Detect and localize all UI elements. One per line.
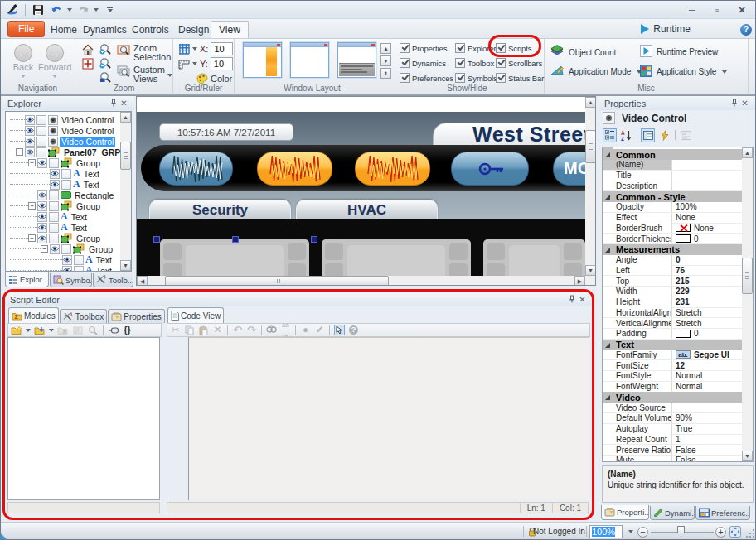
property-row-video-source[interactable]: Video Source <box>603 403 743 413</box>
visibility-eye-icon[interactable] <box>37 158 47 168</box>
modules-list[interactable] <box>7 337 160 500</box>
checkbox-scrollbars[interactable]: Scrollbars <box>496 58 542 68</box>
zoom-in-icon[interactable] <box>99 43 111 55</box>
find-module-icon[interactable] <box>87 325 99 335</box>
back-dropdown[interactable] <box>21 75 26 78</box>
property-row-angle[interactable]: Angle0 <box>603 255 743 266</box>
visibility-eye-icon[interactable] <box>50 169 60 179</box>
property-row-effect[interactable]: EffectNone <box>603 213 743 224</box>
property-row-opacity[interactable]: Opacity100% <box>603 202 743 213</box>
zoom-out-button[interactable]: − <box>637 527 648 538</box>
visibility-eye-icon[interactable] <box>62 255 72 265</box>
close-button[interactable]: ✕ <box>734 4 750 16</box>
tree-item-video-control[interactable]: Video Control <box>6 136 115 147</box>
explorer-close-icon[interactable]: ✕ <box>119 99 129 108</box>
tree-item-label[interactable]: Video Control <box>60 137 115 147</box>
add-module-icon[interactable] <box>34 325 46 335</box>
tree-checkbox[interactable] <box>36 126 46 136</box>
checkbox-scripts[interactable]: Scripts <box>496 43 531 53</box>
visibility-eye-icon[interactable] <box>25 115 35 125</box>
property-row-padding[interactable]: Padding0 <box>603 329 743 340</box>
zoom-home-icon[interactable] <box>82 44 94 55</box>
zoom-value-combo[interactable]: 100% <box>589 525 623 538</box>
validate-icon[interactable]: ✔ <box>314 325 325 335</box>
panel-tab-properti[interactable]: Properti... <box>601 505 649 520</box>
property-value[interactable]: 12 <box>672 360 743 370</box>
category-collapse-icon[interactable] <box>605 248 610 253</box>
property-value[interactable] <box>672 171 743 181</box>
qat-customize-button[interactable] <box>107 7 113 12</box>
hmi-design-surface[interactable]: 10:57:16 AM 7/27/2011 West Street MO Sec… <box>137 97 585 276</box>
property-row-fontsize[interactable]: FontSize12 <box>603 360 743 371</box>
new-module-icon[interactable] <box>11 325 22 335</box>
canvas-hscroll-thumb[interactable] <box>165 276 389 286</box>
snippet-icon[interactable] <box>108 325 119 335</box>
checkbox-preferences[interactable]: Preferences <box>400 73 453 83</box>
tree-item-label[interactable]: Text <box>70 223 89 233</box>
tree-checkbox[interactable] <box>36 115 46 125</box>
property-value[interactable]: 215 <box>672 276 743 286</box>
tree-checkbox[interactable] <box>49 212 59 222</box>
hmi-button-waveform-3[interactable] <box>355 152 430 186</box>
tab-modules[interactable]: ZModules <box>8 307 59 323</box>
hmi-button-waveform-2[interactable] <box>257 152 332 186</box>
tree-item-label[interactable]: Group <box>75 201 102 211</box>
paste-icon[interactable] <box>198 325 209 335</box>
tree-item-label[interactable]: Video Control <box>60 126 115 136</box>
runtime-button[interactable]: Runtime <box>641 23 691 35</box>
video-placeholder[interactable] <box>322 239 471 276</box>
tree-item-label[interactable]: Group <box>75 234 102 243</box>
ribbon-tab-view[interactable]: View <box>211 21 249 38</box>
grid-scroll-up[interactable]: ▲ <box>742 147 753 158</box>
tree-item-panel07-grp[interactable]: −Panel07_GRP <box>6 147 122 157</box>
forward-dropdown[interactable] <box>52 75 57 78</box>
property-value[interactable]: Normal <box>672 371 743 381</box>
grid-scroll-down[interactable]: ▼ <box>742 451 753 461</box>
hmi-button-monitor[interactable]: MO <box>553 152 585 186</box>
sort-alphabetical-icon[interactable]: AZ <box>619 128 633 142</box>
find-icon[interactable] <box>266 325 277 335</box>
panel-tab-symbo[interactable]: Symbo... <box>50 273 92 287</box>
categorized-icon[interactable] <box>603 128 617 142</box>
tree-checkbox[interactable] <box>61 244 71 254</box>
undo-dropdown[interactable] <box>67 8 72 12</box>
copy-icon[interactable] <box>184 325 195 335</box>
canvas-vscrollbar[interactable]: ▲ ▼ <box>585 97 596 276</box>
tree-item-group[interactable]: −Group <box>6 233 102 243</box>
redo-button[interactable] <box>75 2 90 17</box>
tree-item-label[interactable]: Panel07_GRP <box>62 147 122 157</box>
script-editor-close-icon[interactable]: ✕ <box>577 295 588 304</box>
property-value[interactable]: None <box>672 213 743 223</box>
ribbon-tab-controls[interactable]: Controls <box>128 21 173 38</box>
grid-dropdown[interactable] <box>192 47 197 51</box>
ribbon-tab-file[interactable]: File <box>7 21 45 37</box>
zoom-out-icon[interactable] <box>99 57 111 69</box>
visibility-eye-icon[interactable] <box>25 137 35 147</box>
tree-item-label[interactable]: Rectangle <box>73 190 115 200</box>
breakpoint-icon[interactable]: ● <box>300 325 311 335</box>
custom-views-dropdown[interactable] <box>167 74 172 77</box>
checkbox-dynamics[interactable]: Dynamics <box>400 58 446 68</box>
category-collapse-icon[interactable] <box>605 395 610 400</box>
tab-properties[interactable]: Properties <box>108 309 165 323</box>
tree-scroll-up[interactable]: ▲ <box>120 112 131 123</box>
checkbox-toolbox[interactable]: Toolbox <box>455 58 494 68</box>
tab-toolbox[interactable]: Toolbox <box>60 309 107 323</box>
properties-pin-icon[interactable] <box>729 99 739 108</box>
property-value[interactable]: False <box>672 456 743 462</box>
grid-scroll-thumb[interactable] <box>742 258 753 294</box>
property-row-fontweight[interactable]: FontWeightNormal <box>603 382 743 393</box>
canvas-hscroll-left[interactable]: ◀ <box>137 276 148 286</box>
delete-icon[interactable]: ✕ <box>212 325 223 335</box>
canvas-vscroll-thumb[interactable] <box>585 130 596 163</box>
cut-icon[interactable]: ✂ <box>170 325 181 335</box>
window-layout-thumb-1[interactable] <box>243 42 282 78</box>
property-value[interactable]: 100% <box>672 202 743 212</box>
custom-views-button[interactable]: CustomViews <box>117 65 172 84</box>
visibility-eye-icon[interactable] <box>37 223 47 233</box>
visibility-eye-icon[interactable] <box>62 266 72 272</box>
tree-item-label[interactable]: Text <box>94 255 114 265</box>
property-row-title[interactable]: Title <box>603 171 743 181</box>
redo-dropdown[interactable] <box>94 8 99 12</box>
panel-tab-preferenc[interactable]: Preferenc... <box>695 506 750 520</box>
